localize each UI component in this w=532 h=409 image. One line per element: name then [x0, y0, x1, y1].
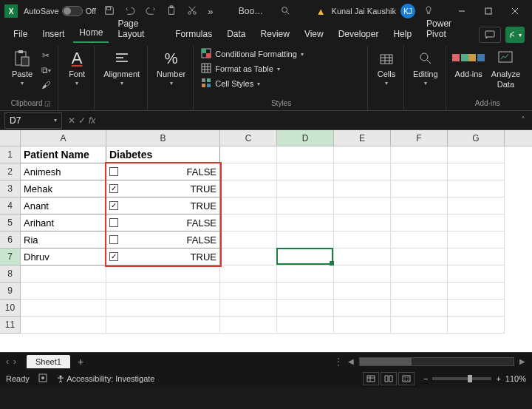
paste-button[interactable]: Paste ▾ — [9, 47, 35, 88]
cell[interactable] — [448, 214, 505, 231]
select-all-corner[interactable] — [0, 130, 21, 146]
sheet-nav-next-icon[interactable]: › — [13, 356, 16, 367]
cell[interactable] — [277, 146, 334, 163]
cell[interactable] — [391, 180, 448, 197]
row-header[interactable]: 1 — [0, 146, 20, 163]
zoom-out-icon[interactable]: − — [423, 374, 428, 383]
cell[interactable] — [334, 283, 391, 300]
cell-diabetes[interactable]: FALSE — [106, 214, 220, 231]
cell[interactable] — [448, 197, 505, 214]
cell-styles-button[interactable]: Cell Styles ▾ — [200, 77, 363, 90]
cell-diabetes[interactable]: FALSE — [106, 163, 220, 180]
cut-icon[interactable]: ✂ — [38, 49, 53, 62]
checkbox-icon[interactable]: ✓ — [109, 252, 118, 261]
tab-view[interactable]: View — [299, 25, 330, 43]
hscroll-right-icon[interactable]: ▶ — [517, 357, 528, 365]
user-account[interactable]: Kunal Jai Kaushik KJ — [332, 4, 415, 18]
tab-home[interactable]: Home — [73, 24, 109, 43]
cell[interactable] — [448, 231, 505, 249]
editing-button[interactable]: Editing ▾ — [410, 47, 441, 88]
addins-button[interactable]: Add-ins — [452, 47, 485, 80]
conditional-formatting-button[interactable]: Conditional Formatting ▾ — [200, 47, 363, 61]
sheet-tab-sheet1[interactable]: Sheet1 — [27, 355, 70, 368]
cell[interactable] — [106, 266, 220, 283]
row-header[interactable]: 3 — [0, 180, 20, 197]
cell-diabetes[interactable]: ✓TRUE — [106, 249, 220, 266]
cell[interactable] — [277, 283, 334, 300]
cell[interactable] — [391, 249, 448, 266]
cell[interactable] — [277, 317, 334, 334]
row-header[interactable]: 7 — [0, 249, 20, 266]
accessibility-status[interactable]: Accessibility: Investigate — [56, 374, 155, 383]
cell[interactable] — [391, 146, 448, 163]
cell[interactable] — [448, 180, 505, 197]
autosave-toggle[interactable]: AutoSave Off — [24, 6, 96, 16]
cell[interactable] — [334, 163, 391, 180]
tab-page-layout[interactable]: Page Layout — [112, 15, 166, 43]
comments-button[interactable] — [479, 27, 501, 43]
cell[interactable] — [220, 300, 277, 317]
cell[interactable] — [391, 283, 448, 300]
cell[interactable] — [220, 163, 277, 180]
tab-help[interactable]: Help — [387, 25, 417, 43]
tab-insert[interactable]: Insert — [36, 25, 70, 43]
cell[interactable] — [334, 231, 391, 249]
add-sheet-button[interactable]: + — [70, 356, 91, 368]
column-header[interactable]: C — [220, 130, 277, 146]
page-break-view-button[interactable] — [398, 372, 415, 385]
column-header[interactable]: D — [277, 130, 334, 146]
zoom-control[interactable]: − + 110% — [423, 374, 526, 383]
cell[interactable] — [391, 300, 448, 317]
cell[interactable] — [220, 231, 277, 249]
cell[interactable] — [334, 197, 391, 214]
cell[interactable] — [21, 283, 106, 300]
enter-formula-icon[interactable]: ✓ — [78, 115, 86, 126]
cell[interactable] — [391, 266, 448, 283]
macro-record-icon[interactable] — [38, 373, 47, 384]
tab-file[interactable]: File — [7, 25, 33, 43]
cell[interactable] — [220, 146, 277, 163]
cell[interactable] — [334, 214, 391, 231]
expand-formula-bar-icon[interactable]: ˄ — [514, 115, 532, 126]
cell[interactable] — [391, 197, 448, 214]
cell-patient-name[interactable]: Anant — [21, 197, 106, 214]
column-header[interactable]: B — [106, 130, 220, 146]
row-header[interactable]: 2 — [0, 163, 20, 180]
cell[interactable] — [106, 283, 220, 300]
cell[interactable] — [448, 300, 505, 317]
tab-review[interactable]: Review — [255, 25, 296, 43]
tab-power-pivot[interactable]: Power Pivot — [420, 15, 473, 43]
cell[interactable] — [277, 163, 334, 180]
cell[interactable] — [106, 317, 220, 334]
clipboard-icon[interactable] — [164, 5, 179, 18]
cut-icon[interactable] — [185, 5, 200, 18]
cell[interactable] — [448, 283, 505, 300]
cell[interactable] — [21, 317, 106, 334]
cell-patient-name[interactable]: Arihant — [21, 214, 106, 231]
cell[interactable] — [448, 317, 505, 334]
cells-button[interactable]: Cells ▾ — [374, 47, 399, 88]
cell[interactable] — [391, 163, 448, 180]
zoom-in-icon[interactable]: + — [496, 374, 500, 383]
cell[interactable] — [277, 197, 334, 214]
cell[interactable] — [277, 214, 334, 231]
sheet-nav-prev-icon[interactable]: ‹ — [6, 356, 9, 367]
cell-diabetes[interactable]: ✓TRUE — [106, 197, 220, 214]
tab-formulas[interactable]: Formulas — [169, 25, 218, 43]
checkbox-icon[interactable] — [109, 235, 118, 244]
column-header[interactable]: F — [391, 130, 448, 146]
page-layout-view-button[interactable] — [381, 372, 397, 385]
number-button[interactable]: % Number ▾ — [154, 47, 188, 88]
cell[interactable] — [21, 300, 106, 317]
cell-patient-name[interactable]: Ria — [21, 231, 106, 249]
cell[interactable] — [334, 300, 391, 317]
cell-patient-name[interactable]: Dhruv — [21, 249, 106, 266]
tab-data[interactable]: Data — [221, 25, 251, 43]
format-as-table-button[interactable]: Format as Table ▾ — [200, 62, 363, 75]
cell[interactable] — [448, 146, 505, 163]
zoom-slider[interactable] — [432, 377, 491, 380]
search-icon[interactable] — [278, 5, 293, 18]
row-header[interactable]: 5 — [0, 214, 20, 231]
tab-developer[interactable]: Developer — [332, 25, 385, 43]
hscroll-left-icon[interactable]: ◀ — [346, 357, 356, 365]
